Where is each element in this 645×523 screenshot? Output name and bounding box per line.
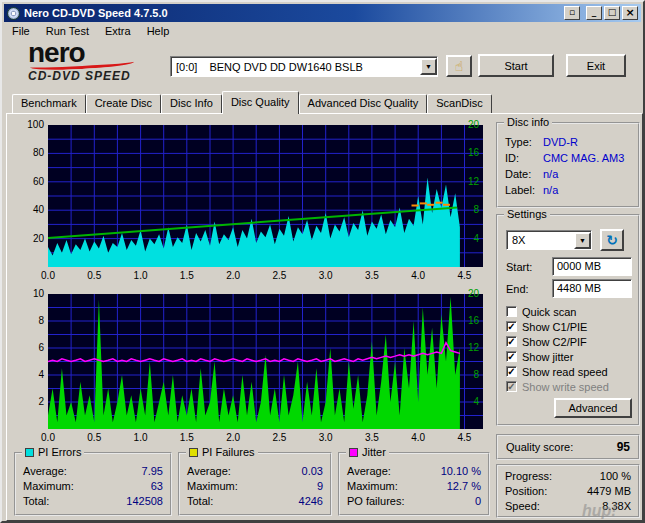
jitter-box: Jitter Average:10.10 % Maximum:12.7 % PO… [338,452,490,516]
exit-button[interactable]: Exit [566,54,626,77]
pi-failures-box: PI Failures Average:0.03 Maximum:9 Total… [178,452,332,516]
settings-title: Settings [504,208,550,220]
start-mb-field[interactable]: 0000 MB [552,257,632,276]
start-button[interactable]: Start [478,54,554,77]
stat-value: 63 [151,479,163,494]
checkbox-icon: ✓ [506,321,517,332]
chevron-down-icon[interactable]: ▼ [574,232,591,249]
tab-advanced-disc-quality[interactable]: Advanced Disc Quality [299,94,428,113]
chevron-down-icon[interactable]: ▼ [420,58,437,75]
speed-row: Speed: 8.38X [498,499,638,514]
speed-label: Speed: [505,499,540,514]
stat-label: Maximum: [23,479,74,494]
jitter-legend: Jitter [346,446,389,458]
tab-scandisc[interactable]: ScanDisc [427,94,491,113]
stat-value: 12.7 % [447,479,481,494]
pif-chart-plot [48,294,483,429]
eject-hand-button[interactable]: ☝ [446,55,472,77]
disc-info-row: Label: n/a [498,182,638,198]
end-mb-field[interactable]: 4480 MB [552,279,632,298]
checkbox-show-jitter[interactable]: ✓Show jitter [506,349,632,364]
stat-value: 4246 [299,494,323,509]
window-title: Nero CD-DVD Speed 4.7.5.0 [24,7,564,19]
checkbox-show-c2-pif[interactable]: ✓Show C2/PIF [506,334,632,349]
position-label: Position: [505,484,547,499]
advanced-button[interactable]: Advanced [554,398,632,418]
stat-value: 7.95 [142,464,163,479]
checkbox-label: Show write speed [522,381,609,393]
quality-score-box: Quality score: 95 [496,434,640,460]
disc-info-box: Disc info Type: DVD-R ID: CMC MAG. AM3 D… [496,122,640,208]
checkbox-icon [506,306,517,317]
checkbox-icon: ✓ [506,381,517,392]
stat-value: 0 [475,494,481,509]
quality-score-label: Quality score: [506,441,573,453]
maximize-button[interactable]: □ [604,6,620,20]
checkbox-label: Show jitter [522,351,573,363]
menu-item-extra[interactable]: Extra [97,23,139,39]
watermark-text: hup! [582,502,617,520]
speed-select[interactable]: 8X ▼ [506,230,592,250]
drive-name-label: BENQ DVD DD DW1640 BSLB [209,61,362,73]
pi-errors-swatch-icon [25,448,34,457]
disc-date-value: n/a [543,166,558,182]
checkbox-icon: ✓ [506,366,517,377]
checkbox-label: Show C2/PIF [522,336,587,348]
jitter-swatch-icon [349,448,358,457]
checkbox-label: Show C1/PIE [522,321,587,333]
speed-value: 8X [512,234,525,246]
tab-strip: BenchmarkCreate DiscDisc InfoDisc Qualit… [12,91,492,114]
title-bar: Nero CD-DVD Speed 4.7.5.0 ▫_□× [4,4,641,22]
jitter-title: Jitter [362,446,386,458]
menu-item-help[interactable]: Help [139,23,178,39]
close-button[interactable]: × [622,6,638,20]
checkbox-label: Show read speed [522,366,608,378]
quality-score-value: 95 [617,440,630,454]
settings-checkboxes: Quick scan✓Show C1/PIE✓Show C2/PIF✓Show … [506,304,632,394]
tab-create-disc[interactable]: Create Disc [86,94,161,113]
checkbox-show-write-speed: ✓Show write speed [506,379,632,394]
stat-label: Average: [187,464,231,479]
stat-value: 9 [317,479,323,494]
chart-svg [48,125,483,267]
nero-product-text: CD-DVD SPEED [28,69,178,83]
drive-select[interactable]: [0:0] BENQ DVD DD DW1640 BSLB ▼ [170,56,438,77]
disc-info-row: Date: n/a [498,166,638,182]
stat-label: Average: [347,464,391,479]
disc-label-value: n/a [543,182,558,198]
end-mb-label: End: [506,280,529,298]
pi-failures-title: PI Failures [202,446,255,458]
checkbox-quick-scan[interactable]: Quick scan [506,304,632,319]
progress-label: Progress: [505,469,552,484]
checkbox-show-c1-pie[interactable]: ✓Show C1/PIE [506,319,632,334]
disc-info-row: Type: DVD-R [498,134,638,150]
tab-disc-info[interactable]: Disc Info [161,94,222,113]
pi-failures-legend: PI Failures [186,446,258,458]
disc-type-label: Type: [505,134,543,150]
drive-bus-label: [0:0] [176,61,197,73]
checkbox-show-read-speed[interactable]: ✓Show read speed [506,364,632,379]
position-value: 4479 MB [587,484,631,499]
checkbox-icon: ✓ [506,336,517,347]
pie-chart-plot [48,125,483,267]
position-row: Position: 4479 MB [498,484,638,499]
refresh-button[interactable]: ↻ [600,229,624,251]
stat-label: PO failures: [347,494,404,509]
tab-benchmark[interactable]: Benchmark [12,94,86,113]
stat-label: Average: [23,464,67,479]
shade-button[interactable]: ▫ [564,6,580,20]
stat-value: 142508 [126,494,163,509]
window-buttons: ▫_□× [564,6,638,20]
stat-label: Maximum: [347,479,398,494]
disc-info-row: ID: CMC MAG. AM3 [498,150,638,166]
progress-value: 100 % [600,469,631,484]
disc-date-label: Date: [505,166,543,182]
minimize-button[interactable]: _ [586,6,602,20]
disc-info-title: Disc info [504,116,552,128]
checkbox-label: Quick scan [522,306,576,318]
stat-value: 10.10 % [441,464,481,479]
stat-label: Total: [187,494,213,509]
progress-box: Progress: 100 % Position: 4479 MB Speed:… [496,464,640,518]
tab-disc-quality[interactable]: Disc Quality [222,91,299,114]
app-disc-icon [7,7,20,20]
